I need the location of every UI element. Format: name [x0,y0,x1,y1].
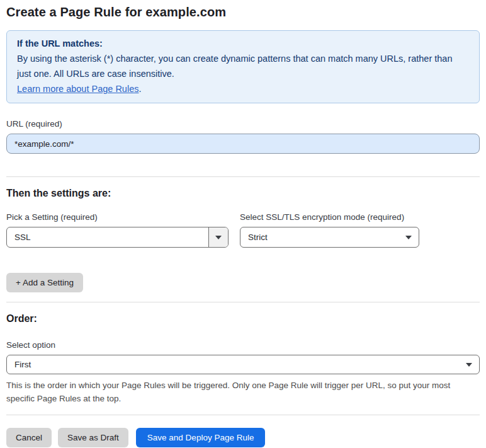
url-input[interactable] [6,134,480,154]
setting-picker-arrow-button[interactable] [209,227,228,247]
setting-picker-column: Pick a Setting (required) SSL [6,199,229,248]
page-rule-form: Create a Page Rule for example.com If th… [0,5,486,447]
caret-down-icon [466,363,472,367]
order-select-arrow [459,355,479,374]
page-title: Create a Page Rule for example.com [6,5,480,20]
cancel-button[interactable]: Cancel [6,428,52,447]
caret-down-icon [405,236,412,239]
add-setting-button[interactable]: + Add a Setting [6,273,83,292]
ssl-mode-value: Strict [240,233,398,242]
order-section-heading: Order: [6,313,480,325]
ssl-mode-column: Select SSL/TLS encryption mode (required… [240,199,419,248]
settings-columns: Pick a Setting (required) SSL Select SSL… [6,199,480,248]
order-select-dropdown[interactable]: First [6,355,480,374]
setting-picker-dropdown[interactable]: SSL [6,227,229,248]
link-period: . [138,84,141,94]
order-select-value: First [7,360,459,369]
save-deploy-button[interactable]: Save and Deploy Page Rule [136,428,266,447]
section-divider [6,302,480,302]
ssl-mode-label: Select SSL/TLS encryption mode (required… [240,212,419,222]
footer-actions: Cancel Save as Draft Save and Deploy Pag… [6,428,480,447]
save-draft-button[interactable]: Save as Draft [58,428,128,447]
setting-picker-label: Pick a Setting (required) [6,212,229,222]
info-box-body: By using the asterisk (*) character, you… [17,51,469,81]
footer-divider [6,415,480,415]
info-box-link-line: Learn more about Page Rules. [17,81,469,96]
info-box-heading: If the URL matches: [17,36,469,51]
learn-more-link[interactable]: Learn more about Page Rules [17,84,138,94]
setting-picker-value: SSL [7,227,209,247]
section-divider [6,176,480,177]
order-help-text: This is the order in which your Page Rul… [6,379,477,405]
caret-down-icon [215,236,222,239]
url-match-info-box: If the URL matches: By using the asteris… [6,30,480,103]
url-field-label: URL (required) [6,119,480,129]
settings-section-heading: Then the settings are: [6,188,480,199]
order-select-label: Select option [6,340,480,350]
ssl-mode-arrow [398,227,419,247]
ssl-mode-dropdown[interactable]: Strict [240,227,419,248]
